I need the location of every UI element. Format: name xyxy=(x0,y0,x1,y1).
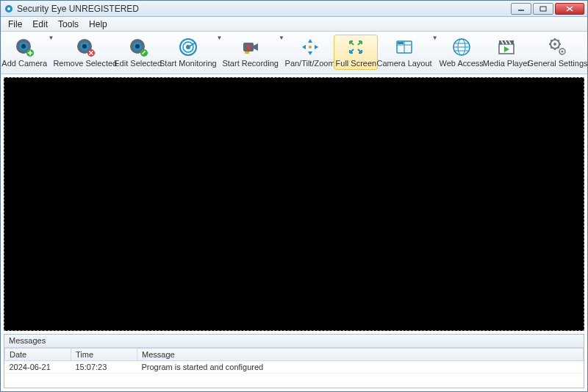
tool-label: General Settings xyxy=(528,59,588,68)
gears-icon xyxy=(548,37,568,57)
start-recording-button[interactable]: Start Recording xyxy=(223,35,276,70)
toolbar: Add Camera ▼ Remove Selected Edit Select… xyxy=(1,32,587,74)
column-message[interactable]: Message xyxy=(137,349,584,361)
tool-label: Pan/Tilt/Zoom xyxy=(285,59,335,68)
web-access-button[interactable]: Web Access xyxy=(440,35,484,70)
chevron-down-icon[interactable]: ▼ xyxy=(277,35,286,41)
camera-remove-icon xyxy=(75,37,96,57)
arrows-move-icon xyxy=(300,37,320,57)
minimize-button[interactable] xyxy=(511,3,531,15)
grid-layout-icon xyxy=(394,37,415,57)
general-settings-button[interactable]: General Settings xyxy=(529,35,586,70)
svg-rect-3 xyxy=(540,7,546,11)
column-time[interactable]: Time xyxy=(71,349,137,361)
svg-point-41 xyxy=(553,43,556,46)
window-title: Security Eye UNREGISTERED xyxy=(17,4,511,14)
radar-icon xyxy=(178,37,198,57)
chevron-down-icon[interactable]: ▼ xyxy=(215,35,224,41)
cell-time: 15:07:23 xyxy=(71,361,137,374)
tool-label: Start Recording xyxy=(222,59,278,68)
tool-label: Media Player xyxy=(483,59,530,68)
messages-table[interactable]: Date Time Message 2024-06-21 15:07:23 Pr… xyxy=(4,348,584,388)
media-player-button[interactable]: Media Player xyxy=(484,35,529,70)
app-icon xyxy=(4,4,14,14)
svg-line-47 xyxy=(558,47,559,48)
edit-selected-button[interactable]: Edit Selected xyxy=(115,35,161,70)
menu-edit[interactable]: Edit xyxy=(28,18,52,31)
camera-edit-icon xyxy=(128,37,148,57)
tool-label: Camera Layout xyxy=(376,59,431,68)
tool-label: Add Camera xyxy=(1,59,47,68)
menubar: File Edit Tools Help xyxy=(1,17,587,32)
chevron-down-icon[interactable]: ▼ xyxy=(46,35,55,41)
svg-line-48 xyxy=(551,47,551,48)
titlebar[interactable]: Security Eye UNREGISTERED xyxy=(1,1,587,17)
tool-label: Full Screen xyxy=(336,59,377,68)
camera-layout-button[interactable]: Camera Layout xyxy=(378,35,430,70)
chevron-down-icon[interactable]: ▼ xyxy=(431,35,440,41)
svg-point-8 xyxy=(21,44,26,49)
pan-tilt-zoom-button[interactable]: Pan/Tilt/Zoom xyxy=(286,35,334,70)
svg-point-26 xyxy=(246,45,251,49)
record-icon xyxy=(240,37,261,57)
svg-point-28 xyxy=(309,46,312,49)
tool-label: Web Access xyxy=(440,59,484,68)
svg-line-46 xyxy=(551,40,551,40)
svg-point-20 xyxy=(135,44,140,49)
window-controls xyxy=(511,3,584,15)
menu-help[interactable]: Help xyxy=(85,18,112,31)
maximize-button[interactable] xyxy=(533,3,553,15)
close-button[interactable] xyxy=(555,3,584,15)
svg-rect-27 xyxy=(245,51,249,54)
tool-label: Start Monitoring xyxy=(159,59,217,68)
start-monitoring-button[interactable]: Start Monitoring xyxy=(161,35,215,70)
cell-date: 2024-06-21 xyxy=(5,361,71,374)
messages-panel: Messages Date Time Message 2024-06-21 15… xyxy=(4,334,584,388)
remove-selected-button[interactable]: Remove Selected xyxy=(55,35,115,70)
svg-rect-32 xyxy=(398,42,404,44)
add-camera-button[interactable]: Add Camera xyxy=(2,35,46,70)
svg-point-14 xyxy=(82,44,87,49)
cell-message: Program is started and configured xyxy=(137,361,584,374)
svg-point-1 xyxy=(7,7,10,10)
tool-label: Remove Selected xyxy=(53,59,117,68)
clapperboard-icon xyxy=(496,37,517,57)
video-grid[interactable] xyxy=(4,77,584,331)
svg-point-51 xyxy=(561,51,563,53)
fullscreen-icon xyxy=(345,37,366,57)
svg-line-49 xyxy=(558,40,559,40)
column-date[interactable]: Date xyxy=(5,349,71,361)
menu-file[interactable]: File xyxy=(4,18,26,31)
globe-icon xyxy=(451,37,472,57)
menu-tools[interactable]: Tools xyxy=(54,18,83,31)
app-window: Security Eye UNREGISTERED File Edit Tool… xyxy=(0,0,588,392)
table-row[interactable]: 2024-06-21 15:07:23 Program is started a… xyxy=(5,361,584,374)
full-screen-button[interactable]: Full Screen xyxy=(334,35,378,70)
messages-title: Messages xyxy=(4,335,584,348)
tool-label: Edit Selected xyxy=(114,59,162,68)
camera-add-icon xyxy=(14,37,35,57)
